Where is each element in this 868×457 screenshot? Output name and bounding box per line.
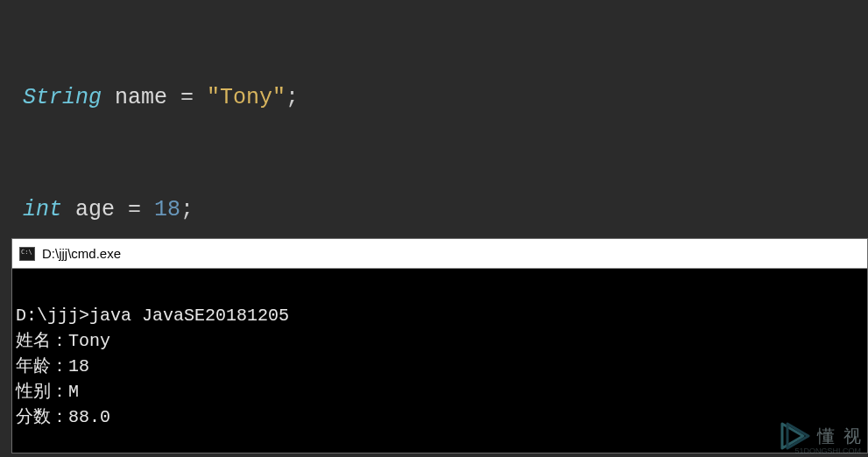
number-literal: 18 bbox=[154, 197, 180, 222]
string-literal: "Tony" bbox=[207, 85, 286, 110]
terminal-body[interactable]: D:\jjj>java JavaSE20181205姓名：Tony年龄：18性别… bbox=[12, 269, 867, 453]
terminal-output-line: 分数：88.0 bbox=[16, 404, 864, 430]
terminal-titlebar[interactable]: D:\jjj\cmd.exe bbox=[12, 239, 867, 269]
terminal-output-line: 姓名：Tony bbox=[16, 328, 864, 354]
cmd-icon bbox=[19, 247, 35, 261]
type-keyword: String bbox=[23, 85, 102, 110]
terminal-title: D:\jjj\cmd.exe bbox=[42, 246, 121, 261]
operator: = bbox=[128, 197, 141, 222]
watermark-url: 51DONGSHI.COM bbox=[794, 446, 861, 455]
type-keyword: int bbox=[23, 197, 62, 222]
identifier: age bbox=[75, 197, 115, 222]
identifier: name bbox=[115, 85, 167, 110]
semicolon: ; bbox=[286, 85, 299, 110]
semicolon: ; bbox=[180, 197, 194, 222]
terminal-line-prompt: D:\jjj>java JavaSE20181205 bbox=[16, 303, 864, 328]
terminal-output-line: 年龄：18 bbox=[16, 354, 864, 379]
code-line-1: String name = "Tony"; bbox=[0, 80, 868, 117]
terminal-window: D:\jjj\cmd.exe D:\jjj>java JavaSE2018120… bbox=[11, 238, 868, 453]
code-line-2: int age = 18; bbox=[0, 192, 868, 229]
terminal-output-line: 性别：M bbox=[16, 379, 864, 404]
operator: = bbox=[180, 85, 194, 110]
